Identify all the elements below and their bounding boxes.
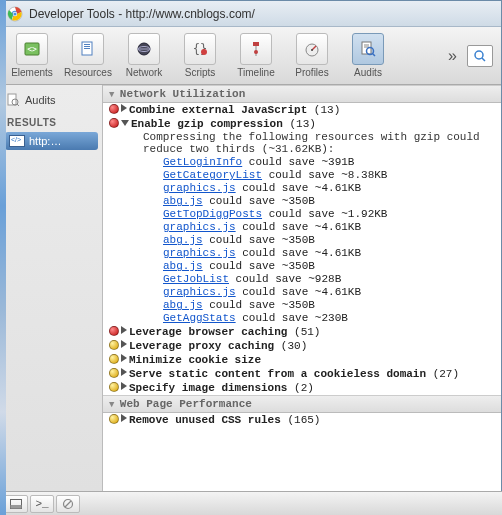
resource-link[interactable]: GetTopDiggPosts xyxy=(163,208,262,220)
expand-icon[interactable] xyxy=(121,340,127,348)
severity-dot-yellow xyxy=(109,382,119,392)
scripts-icon: {} xyxy=(184,33,216,65)
sidebar-result-label: http:… xyxy=(29,135,61,147)
resource-item: graphics.js could save ~4.61KB xyxy=(163,247,501,260)
svg-rect-16 xyxy=(253,42,259,46)
tab-audits[interactable]: Audits xyxy=(341,33,395,78)
timeline-icon xyxy=(240,33,272,65)
tab-label: Resources xyxy=(64,67,112,78)
resource-link[interactable]: abg.js xyxy=(163,195,203,207)
resource-link[interactable]: GetAggStats xyxy=(163,312,236,324)
resource-item: GetCategoryList could save ~8.38KB xyxy=(163,169,501,182)
tab-scripts[interactable]: {} Scripts xyxy=(173,33,227,78)
tab-label: Timeline xyxy=(237,67,274,78)
svg-line-25 xyxy=(373,54,376,57)
resource-link[interactable]: GetCategoryList xyxy=(163,169,262,181)
elements-icon: <> xyxy=(16,33,48,65)
profiles-icon xyxy=(296,33,328,65)
expand-icon[interactable] xyxy=(121,414,127,422)
rule-image-dimensions[interactable]: Specify image dimensions (2) xyxy=(103,381,501,395)
resource-item: abg.js could save ~350B xyxy=(163,195,501,208)
search-input[interactable] xyxy=(467,45,493,67)
gzip-resource-list: GetLoginInfo could save ~391BGetCategory… xyxy=(103,156,501,325)
rule-combine-js[interactable]: Combine external JavaScript (13) xyxy=(103,103,501,117)
section-network-utilization[interactable]: Network Utilization xyxy=(103,85,501,103)
resource-item: graphics.js could save ~4.61KB xyxy=(163,221,501,234)
svg-point-26 xyxy=(475,51,483,59)
tab-resources[interactable]: Resources xyxy=(61,33,115,78)
rule-cookieless-domain[interactable]: Serve static content from a cookieless d… xyxy=(103,367,501,381)
tab-label: Profiles xyxy=(295,67,328,78)
svg-line-30 xyxy=(17,104,19,106)
svg-rect-8 xyxy=(84,46,90,47)
svg-rect-32 xyxy=(11,505,22,509)
severity-dot-red xyxy=(109,118,119,128)
resource-link[interactable]: abg.js xyxy=(163,299,203,311)
audits-small-icon xyxy=(5,92,21,108)
more-button[interactable]: » xyxy=(440,47,465,65)
sidebar: Audits RESULTS http:… xyxy=(1,85,103,492)
expand-icon[interactable] xyxy=(121,382,127,390)
rule-cookie-size[interactable]: Minimize cookie size xyxy=(103,353,501,367)
resource-link[interactable]: graphics.js xyxy=(163,247,236,259)
severity-dot-yellow xyxy=(109,368,119,378)
collapse-icon[interactable] xyxy=(121,120,129,126)
sidebar-result-item[interactable]: http:… xyxy=(5,132,98,150)
sidebar-results-header: RESULTS xyxy=(3,111,100,130)
tab-timeline[interactable]: Timeline xyxy=(229,33,283,78)
expand-icon[interactable] xyxy=(121,354,127,362)
svg-point-20 xyxy=(311,49,313,51)
resource-item: abg.js could save ~350B xyxy=(163,234,501,247)
svg-point-14 xyxy=(201,49,207,55)
severity-dot-red xyxy=(109,326,119,336)
toolbar: <> Elements Resources Network {} Scripts… xyxy=(1,27,501,85)
network-icon xyxy=(128,33,160,65)
tab-label: Scripts xyxy=(185,67,216,78)
resource-item: GetTopDiggPosts could save ~1.92KB xyxy=(163,208,501,221)
audit-results[interactable]: Network Utilization Combine external Jav… xyxy=(103,85,501,492)
svg-line-27 xyxy=(482,58,485,61)
svg-rect-7 xyxy=(84,44,90,45)
console-button[interactable]: >_ xyxy=(30,495,54,513)
tab-label: Elements xyxy=(11,67,53,78)
resource-link[interactable]: GetJobList xyxy=(163,273,229,285)
expand-icon[interactable] xyxy=(121,104,127,112)
audits-icon xyxy=(352,33,384,65)
section-web-page-performance[interactable]: Web Page Performance xyxy=(103,395,501,413)
resource-link[interactable]: abg.js xyxy=(163,234,203,246)
page-icon xyxy=(9,135,25,147)
tab-network[interactable]: Network xyxy=(117,33,171,78)
rule-gzip-description: Compressing the following resources with… xyxy=(103,131,501,156)
rule-browser-caching[interactable]: Leverage browser caching (51) xyxy=(103,325,501,339)
severity-dot-red xyxy=(109,104,119,114)
tab-elements[interactable]: <> Elements xyxy=(5,33,59,78)
resource-link[interactable]: graphics.js xyxy=(163,182,236,194)
resource-item: GetLoginInfo could save ~391B xyxy=(163,156,501,169)
resource-item: GetJobList could save ~928B xyxy=(163,273,501,286)
dock-button[interactable] xyxy=(4,495,28,513)
rule-gzip[interactable]: Enable gzip compression (13) xyxy=(103,117,501,131)
svg-point-3 xyxy=(13,12,16,15)
resource-item: abg.js could save ~350B xyxy=(163,260,501,273)
resource-link[interactable]: graphics.js xyxy=(163,221,236,233)
tab-profiles[interactable]: Profiles xyxy=(285,33,339,78)
expand-icon[interactable] xyxy=(121,326,127,334)
statusbar: >_ xyxy=(0,491,502,515)
tab-label: Network xyxy=(126,67,163,78)
sidebar-audits-label: Audits xyxy=(25,94,56,106)
titlebar[interactable]: Developer Tools - http://www.cnblogs.com… xyxy=(1,1,501,27)
severity-dot-yellow xyxy=(109,354,119,364)
body: Audits RESULTS http:… Network Utilizatio… xyxy=(1,85,501,492)
resource-link[interactable]: GetLoginInfo xyxy=(163,156,242,168)
resource-link[interactable]: abg.js xyxy=(163,260,203,272)
clear-button[interactable] xyxy=(56,495,80,513)
rule-proxy-caching[interactable]: Leverage proxy caching (30) xyxy=(103,339,501,353)
resource-link[interactable]: graphics.js xyxy=(163,286,236,298)
devtools-window: Developer Tools - http://www.cnblogs.com… xyxy=(0,0,502,493)
rule-unused-css[interactable]: Remove unused CSS rules (165) xyxy=(103,413,501,427)
sidebar-audits[interactable]: Audits xyxy=(3,89,100,111)
expand-icon[interactable] xyxy=(121,368,127,376)
svg-text:<>: <> xyxy=(27,45,37,54)
severity-dot-yellow xyxy=(109,414,119,424)
chrome-icon xyxy=(7,6,23,22)
